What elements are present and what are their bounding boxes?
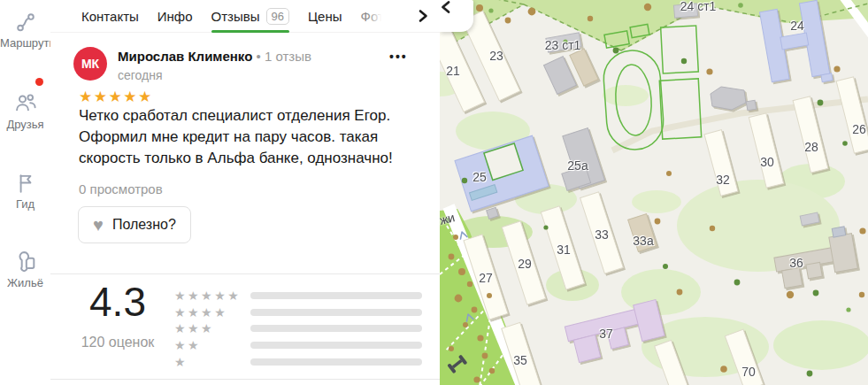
sidebar-item-label: Жильё [0, 276, 50, 289]
map-building-label: 24 ст1 [680, 0, 717, 13]
tab-photos[interactable]: Фото [360, 0, 384, 33]
tab-info[interactable]: Инфо [157, 0, 193, 33]
tab-prices[interactable]: Цены [308, 0, 342, 33]
sidebar-item-label: Друзья [0, 118, 50, 131]
map-building-label: 24 [790, 19, 804, 33]
map-building-label: 25 [472, 170, 487, 184]
rating-row-stars: ★★★★ [174, 305, 250, 320]
review-star-rating: ★★★★★ [79, 88, 153, 106]
rating-breakdown: ★★★★★ ★★★★ ★★★ ★★ ★ [174, 288, 422, 370]
sidebar-item-routes[interactable]: Маршруты [0, 11, 50, 50]
divider [50, 379, 440, 380]
sidebar-item-label: Гид [0, 197, 50, 211]
housing-icon [13, 249, 38, 273]
rating-row-2: ★★ [174, 337, 422, 354]
tab-label: Инфо [157, 9, 193, 24]
map-building-label: 23 [489, 49, 503, 63]
divider [50, 273, 440, 274]
heart-icon: ♥ [93, 216, 104, 234]
tab-label: Отзывы [211, 9, 260, 24]
sidebar-item-friends[interactable]: Друзья [0, 90, 50, 131]
review-author-meta: 1 отзыв [265, 49, 311, 64]
rating-row-5: ★★★★★ [174, 288, 422, 304]
tab-label-truncated: Фото [360, 9, 384, 24]
map-building-label: 36 [789, 256, 803, 270]
map-building-label: 37 [599, 327, 613, 341]
tab-reviews[interactable]: Отзывы 96 [211, 0, 289, 33]
chevron-right-icon [417, 9, 429, 23]
review-text: Четко сработал специалист отделения Егор… [79, 105, 419, 169]
map-building-label: 33а [633, 234, 653, 248]
rating-bar [250, 309, 422, 316]
map-building-label: 35 [513, 353, 527, 367]
tab-bar: Контакты Инфо Отзывы 96 Цены Фото [50, 0, 440, 33]
rating-row-1: ★ [174, 353, 422, 370]
map-building-label: 32 [716, 173, 730, 187]
map-building-label: 25а [567, 158, 588, 173]
tabs-overflow-chevron[interactable] [417, 1, 429, 31]
map-canvas[interactable]: 212323 ст124 ст1242525а26283032272931333… [440, 0, 868, 385]
map-building-label: 29 [518, 257, 532, 271]
rating-row-3: ★★★ [174, 320, 422, 337]
map-building-label: 21 [446, 64, 460, 78]
reviews-count-badge: 96 [266, 8, 289, 25]
rating-bar [250, 292, 422, 299]
map-building-label: 31 [557, 243, 571, 257]
map-building-label: 70 [741, 365, 756, 379]
chevron-left-icon [440, 0, 452, 14]
panel-collapse-button[interactable] [440, 0, 473, 32]
business-card-panel: Контакты Инфо Отзывы 96 Цены Фото МК [50, 0, 440, 385]
map-graphics [440, 0, 868, 385]
sidebar-item-label: Маршруты [0, 36, 50, 50]
avatar[interactable]: МК [73, 47, 107, 81]
sidebar-item-housing[interactable]: Жильё [0, 249, 50, 289]
helpful-button-label: Полезно? [112, 217, 176, 233]
rating-count: 120 оценок [65, 335, 171, 350]
rating-row-stars: ★★ [174, 338, 250, 352]
review-more-button[interactable]: ••• [389, 50, 408, 64]
sidebar-item-guide[interactable]: Гид [0, 172, 50, 211]
notification-dot [35, 78, 43, 86]
avatar-initials: МК [81, 57, 99, 71]
left-rail: Маршруты Друзья Гид [0, 0, 51, 385]
tab-contacts[interactable]: Контакты [81, 0, 139, 33]
review-author[interactable]: Мирослав Клименко [118, 49, 252, 64]
review-author-line: Мирослав Клименко • 1 отзыв [118, 49, 311, 64]
rating-row-4: ★★★★ [174, 304, 422, 321]
map-building-label: 26 [852, 122, 866, 136]
tab-label: Цены [308, 9, 342, 24]
review-views: 0 просмотров [79, 181, 163, 196]
map-building-label: 27 [479, 271, 493, 285]
map-building-label: 33 [595, 227, 609, 242]
guide-flag-icon [14, 172, 37, 195]
map-building-label: 28 [804, 140, 818, 154]
rating-bar [250, 325, 422, 332]
rating-score: 4.3 [65, 278, 171, 326]
map-building-label: 23 ст1 [545, 38, 581, 52]
friends-icon [13, 90, 38, 115]
rating-row-stars: ★★★★★ [174, 289, 250, 303]
rating-row-stars: ★★★ [174, 321, 250, 335]
rating-bar [250, 358, 422, 366]
map-building-label: 30 [760, 155, 774, 169]
rating-row-stars: ★ [174, 355, 250, 369]
yandex-maps-app: Маршруты Друзья Гид [0, 0, 868, 385]
helpful-button[interactable]: ♥ Полезно? [78, 206, 191, 243]
rating-bar [250, 342, 422, 349]
review-date: сегодня [118, 68, 163, 82]
routes-icon [14, 11, 37, 34]
tab-label: Контакты [81, 9, 139, 24]
